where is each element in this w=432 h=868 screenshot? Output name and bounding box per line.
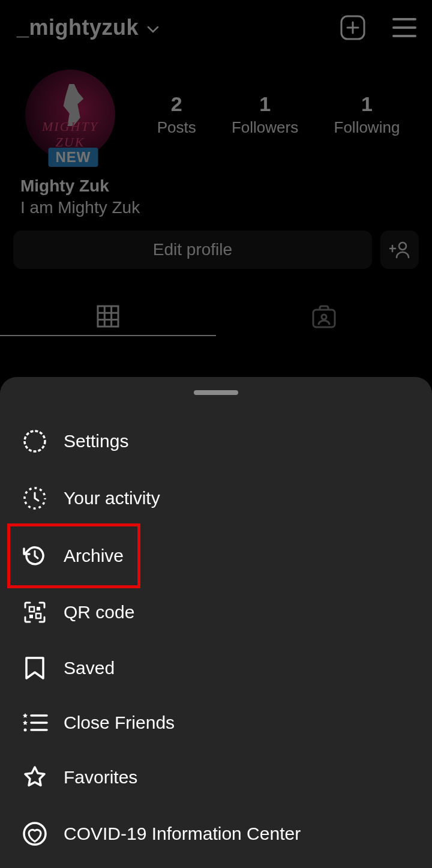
svg-point-4: [322, 315, 326, 319]
menu-label: Your activity: [64, 488, 160, 508]
stat-followers-label: Followers: [232, 118, 298, 137]
menu-label: Favorites: [64, 767, 137, 788]
stat-following[interactable]: 1 Following: [334, 92, 400, 137]
menu-label: Saved: [64, 658, 115, 678]
profile-stats-row: MIGHTY ZUK NEW 2 Posts 1 Followers 1 Fol…: [0, 53, 432, 160]
create-post-icon[interactable]: [340, 14, 366, 41]
bio-text: I am Mighty Zuk: [20, 198, 432, 217]
saved-icon: [20, 656, 49, 681]
archive-icon: [20, 543, 49, 569]
activity-icon: [20, 485, 49, 511]
menu-item-saved[interactable]: Saved: [0, 640, 432, 696]
svg-rect-8: [37, 607, 40, 610]
stat-followers[interactable]: 1 Followers: [232, 92, 298, 137]
svg-point-11: [24, 729, 27, 732]
username-switcher[interactable]: _mightyzuk: [17, 15, 139, 40]
menu-item-favorites[interactable]: Favorites: [0, 749, 432, 806]
menu-item-covid[interactable]: COVID-19 Information Center: [0, 806, 432, 862]
favorites-icon: [20, 765, 49, 790]
avatar-container[interactable]: MIGHTY ZUK NEW: [25, 70, 121, 160]
menu-label: QR code: [64, 602, 134, 622]
display-name: Mighty Zuk: [20, 176, 432, 196]
svg-rect-9: [29, 615, 33, 618]
qr-icon: [20, 600, 49, 624]
avatar: MIGHTY ZUK: [25, 70, 115, 160]
settings-icon: [20, 429, 49, 454]
add-person-icon: [389, 241, 410, 259]
svg-rect-10: [36, 613, 41, 618]
tab-tagged[interactable]: [216, 298, 432, 336]
menu-bottom-sheet: Settings Your activity Archive: [0, 377, 432, 868]
stat-posts-count: 2: [157, 92, 196, 116]
hamburger-menu-icon[interactable]: [392, 17, 416, 38]
menu-item-activity[interactable]: Your activity: [0, 469, 432, 527]
profile-header: _mightyzuk: [0, 0, 432, 53]
menu-item-close-friends[interactable]: Close Friends: [0, 696, 432, 749]
svg-point-1: [399, 243, 406, 250]
tab-grid[interactable]: [0, 298, 216, 336]
covid-info-icon: [20, 821, 49, 846]
stat-followers-count: 1: [232, 92, 298, 116]
menu-label: Archive: [64, 546, 124, 566]
menu-label: COVID-19 Information Center: [64, 824, 301, 844]
profile-actions: Edit profile: [0, 217, 432, 269]
bio-section: Mighty Zuk I am Mighty Zuk: [0, 160, 432, 217]
stat-posts-label: Posts: [157, 118, 196, 137]
chevron-down-icon[interactable]: [146, 22, 160, 37]
stat-posts[interactable]: 2 Posts: [157, 92, 196, 137]
avatar-caption: MIGHTY ZUK: [25, 119, 115, 150]
profile-tabs: [0, 298, 432, 336]
sheet-handle[interactable]: [194, 390, 238, 395]
svg-rect-7: [29, 607, 34, 612]
grid-icon: [97, 305, 119, 328]
menu-item-qr[interactable]: QR code: [0, 585, 432, 640]
discover-people-button[interactable]: [380, 231, 419, 269]
new-badge: NEW: [49, 148, 98, 167]
close-friends-icon: [20, 712, 49, 734]
menu-item-archive[interactable]: Archive: [0, 527, 432, 585]
stat-following-count: 1: [334, 92, 400, 116]
edit-profile-button[interactable]: Edit profile: [13, 231, 372, 269]
menu-label: Close Friends: [64, 713, 175, 733]
menu-item-settings[interactable]: Settings: [0, 413, 432, 469]
menu-label: Settings: [64, 431, 128, 451]
svg-rect-2: [98, 306, 118, 327]
stat-following-label: Following: [334, 118, 400, 137]
svg-point-5: [25, 431, 45, 451]
tagged-icon: [311, 305, 337, 329]
